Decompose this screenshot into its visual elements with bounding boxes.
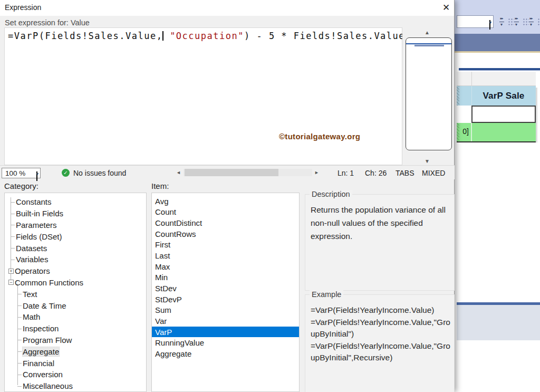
horizontal-scrollbar[interactable] [184, 169, 312, 176]
hscroll-left-arrow-icon[interactable]: ◄ [176, 170, 181, 175]
designer-accent-line [455, 51, 540, 53]
toolbar-combobox[interactable]: ▾ [457, 15, 494, 28]
category-item[interactable]: Date & Time [5, 300, 146, 311]
item-list-option[interactable]: Avg [152, 196, 299, 207]
editor-side-strip: ▲ ▼ [402, 27, 452, 165]
category-item[interactable]: Fields (DSet) [5, 231, 146, 242]
item-list-option[interactable]: StDev [152, 283, 299, 294]
item-list-option[interactable]: CountDistinct [152, 217, 299, 228]
description-panel-label: Description [310, 190, 352, 198]
border-style-icon[interactable]: ▸▸▼ [527, 16, 535, 29]
tree-tick [11, 202, 15, 203]
item-list[interactable]: Avg Count CountDistinct CountRows First … [151, 193, 300, 392]
table-header-row: VarP Sale [457, 86, 536, 106]
selected-table-cell[interactable] [471, 106, 536, 123]
category-item[interactable]: Inspection [5, 323, 146, 334]
example-line: =VarP(Fields!YearlyIncome.Value,"GroupBy… [311, 340, 452, 364]
tree-tick [11, 225, 15, 225]
tree-tick [17, 340, 22, 340]
item-label: Item: [151, 181, 169, 190]
category-item[interactable]: Text [5, 288, 146, 300]
preview-popup [406, 37, 452, 150]
item-list-option[interactable]: Last [152, 250, 299, 261]
category-item[interactable]: Variables [5, 254, 146, 265]
description-text: Returns the population variance of all n… [311, 203, 450, 243]
item-list-option[interactable]: Max [152, 261, 299, 272]
example-lines: =VarP(Fields!YearlyIncome.Value) =VarP(F… [311, 304, 452, 364]
zoom-value: 100 % [5, 169, 25, 177]
item-list-option[interactable]: VarP [152, 327, 299, 338]
table-data-row [457, 106, 536, 123]
mixed-indicator: MIXED [422, 169, 445, 177]
watermark: ©tutorialgateway.org [279, 132, 360, 141]
item-list-option[interactable]: Sum [152, 304, 299, 315]
category-item[interactable]: Program Flow [5, 334, 146, 346]
toolbar-icon-group: ▸▸▼ [513, 16, 529, 29]
zoom-select[interactable]: 100 % ▾ [2, 168, 41, 178]
close-button[interactable]: ✕ [439, 1, 454, 14]
item-list-option[interactable]: CountRows [152, 228, 299, 240]
tree-tick [11, 260, 15, 260]
tree-tick [11, 236, 15, 237]
tree-tick [17, 305, 22, 306]
string-literal: "Occupation" [170, 31, 244, 41]
item-list-option[interactable]: Min [152, 272, 299, 283]
tree-tick [17, 386, 22, 387]
item-list-option[interactable]: Var [152, 315, 299, 327]
description-panel: Description Returns the population varia… [305, 194, 455, 291]
issues-status: No issues found [73, 169, 126, 177]
item-list-option[interactable]: StDevP [152, 294, 299, 305]
hscroll-thumb[interactable] [185, 169, 278, 176]
item-list-option[interactable]: Count [152, 207, 299, 218]
tabs-indicator: TABS [396, 169, 414, 177]
success-check-icon: ✓ [62, 169, 70, 177]
border-style-icon[interactable]: ▸▸▼ [513, 16, 520, 29]
category-item[interactable]: Built-in Fields [5, 208, 146, 219]
category-tree[interactable]: Constants Built-in Fields Parameters Fie… [4, 193, 147, 392]
line-indicator: Ln: 1 [338, 169, 354, 177]
close-icon: ✕ [442, 2, 450, 13]
example-line: =VarP(Fields!YearlyIncome.Value,"GroupBy… [311, 317, 452, 340]
expression-editor[interactable]: =VarP(Fields!Sales.Value, "Occupation") … [4, 27, 402, 165]
toolbar-icon-group: ▸▸▼ [498, 16, 514, 29]
category-item[interactable]: Parameters [5, 219, 146, 231]
border-style-icon[interactable]: ▸▸▼ [498, 16, 505, 29]
category-label: Category: [4, 181, 38, 190]
hscroll-right-arrow-icon[interactable]: ► [314, 170, 319, 175]
chevron-down-icon: ▾ [489, 20, 490, 30]
tree-expander[interactable]: − [8, 280, 14, 285]
dialog-title: Expression [5, 3, 41, 12]
item-list-option[interactable]: Aggregate [152, 348, 299, 359]
designer-title-band [455, 34, 540, 51]
scroll-down-icon[interactable]: ▼ [425, 158, 430, 164]
row-handle [457, 86, 459, 106]
category-item[interactable]: Datasets [5, 242, 146, 254]
example-line: =VarP(Fields!YearlyIncome.Value) [311, 304, 452, 317]
category-item[interactable]: Conversion [5, 369, 146, 380]
scroll-up-icon[interactable]: ▲ [425, 30, 430, 35]
category-item[interactable]: Miscellaneous [5, 380, 146, 392]
toolbar-icon-group: ▸▸▼ [527, 16, 540, 29]
preview-popup-text [414, 45, 444, 46]
category-item[interactable]: Constants [5, 196, 146, 208]
table-bottom-border [457, 141, 536, 142]
item-list-option[interactable]: First [152, 240, 299, 251]
item-list-option[interactable]: RunningValue [152, 337, 299, 348]
dialog-titlebar[interactable]: Expression ✕ [0, 0, 454, 16]
table-header-cell[interactable]: VarP Sale [471, 86, 536, 106]
report-designer-window: ▾ ▸▸▼ ▸▸▼ ▸▸▼ VarP Sale [455, 0, 540, 392]
category-item[interactable]: + Operators [5, 265, 146, 277]
category-item[interactable]: Financial [5, 357, 146, 369]
tree-tick [17, 363, 22, 364]
chevron-down-icon: ▾ [36, 171, 37, 181]
category-item[interactable]: Math [5, 311, 146, 323]
table-header-strip [457, 72, 536, 86]
tree-expander[interactable]: + [8, 269, 14, 274]
category-item[interactable]: − Common Functions [5, 277, 146, 289]
dot-grid-icon[interactable] [537, 17, 540, 26]
category-item[interactable]: Aggregate [5, 346, 146, 357]
tree-tick [17, 317, 22, 318]
tree-tick [17, 375, 22, 375]
expression-text[interactable]: =VarP(Fields!Sales.Value, "Occupation") … [8, 31, 405, 41]
tree-tick [11, 248, 15, 248]
